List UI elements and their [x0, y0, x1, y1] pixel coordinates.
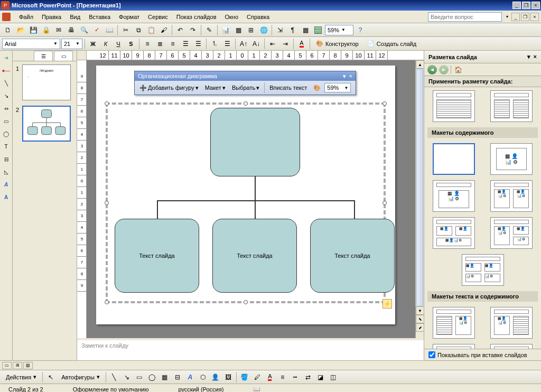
layout-text-right[interactable]: ▦👤📊⚙ — [490, 307, 533, 339]
org-chart-toolbar[interactable]: Организационная диаграмма ▾× ➕ Добавить … — [134, 71, 356, 95]
rail-line-icon[interactable]: ╲ — [2, 78, 11, 88]
new-button[interactable]: 🗋 — [2, 24, 14, 36]
print-button[interactable]: 🖶 — [66, 24, 77, 36]
org-toolbar-dropdown-icon[interactable]: ▾ — [343, 73, 346, 79]
layout-text-two-right[interactable]: ▦👤 📊⚙ — [433, 344, 475, 349]
org-toolbar-close-icon[interactable]: × — [349, 73, 352, 79]
task-pane-dropdown-icon[interactable]: ▾ — [527, 53, 530, 60]
table-button[interactable]: ▦ — [232, 24, 244, 36]
save-button[interactable]: 💾 — [27, 24, 39, 36]
increase-indent-button[interactable]: ⇥ — [279, 38, 291, 50]
outline-tab[interactable]: ☰ — [34, 51, 53, 61]
numbering-button[interactable]: ⒈ — [209, 38, 220, 50]
3d-style-button[interactable]: ◫ — [328, 371, 339, 383]
hyperlink-button[interactable]: 🌐 — [258, 24, 269, 36]
wordart-tool[interactable]: A — [184, 371, 196, 383]
align-center-button[interactable]: ≣ — [154, 38, 166, 50]
layout-two-content[interactable] — [490, 90, 533, 122]
smart-tag-icon[interactable]: ⚡ — [383, 299, 392, 309]
menu-window[interactable]: Окно — [221, 13, 243, 21]
nav-forward-button[interactable]: ► — [439, 65, 449, 74]
rail-arrow2-icon[interactable]: ↘ — [2, 91, 11, 100]
close-button[interactable]: × — [531, 2, 540, 9]
dash-style-button[interactable]: ┅ — [290, 371, 301, 383]
restore-button[interactable]: ❐ — [522, 2, 530, 9]
bold-button[interactable]: Ж — [87, 38, 99, 50]
layout-three-content[interactable]: ▦👤📊⚙ ▦👤 📊⚙ — [490, 217, 533, 249]
underline-button[interactable]: Ч — [113, 38, 124, 50]
org-zoom-select[interactable]: 59%▼ — [324, 83, 351, 92]
menu-edit[interactable]: Правка — [38, 13, 66, 21]
rail-double-icon[interactable]: ⇔ — [2, 104, 11, 113]
clipart-tool[interactable]: 👤 — [210, 371, 221, 383]
layout-title-two-content[interactable]: ▦👤📊⚙ ▦👤📊⚙ — [490, 180, 533, 212]
zoom-select[interactable]: 59%▼ — [325, 25, 353, 35]
ask-input[interactable] — [428, 12, 502, 22]
color-button[interactable] — [312, 24, 324, 36]
decrease-indent-button[interactable]: ⇤ — [267, 38, 278, 50]
preview-button[interactable]: 🔍 — [78, 24, 90, 36]
rail-wordart2-icon[interactable]: A — [2, 192, 11, 202]
menu-insert[interactable]: Вставка — [85, 13, 115, 21]
vertical-scrollbar[interactable]: ▲ ▼ ⬉ ⬋ — [415, 60, 424, 338]
line-tool[interactable]: ╲ — [108, 371, 120, 383]
format-painter-button[interactable]: 🖌 — [158, 24, 170, 36]
ask-dropdown-icon[interactable]: ▾ — [506, 14, 508, 19]
rail-text-icon[interactable]: T — [2, 142, 11, 151]
font-select[interactable]: Arial▼ — [2, 39, 60, 49]
italic-button[interactable]: К — [100, 38, 111, 50]
line-style-button[interactable]: ≡ — [277, 371, 288, 383]
select-objects-button[interactable]: ↖ — [45, 371, 57, 383]
notes-pane[interactable]: Заметки к слайду — [77, 338, 424, 360]
slide-surface[interactable]: Текст слайда Текст слайда Текст слайда ⚡ — [96, 66, 395, 324]
help-button[interactable]: ? — [355, 24, 366, 36]
justify-button[interactable]: ☰ — [180, 38, 191, 50]
font-size-select[interactable]: 21▼ — [61, 39, 82, 49]
shadow-style-button[interactable]: ◪ — [315, 371, 327, 383]
layout-vertical-two[interactable]: ▦👤 ▦👤 ▦👤📊⚙ — [433, 217, 475, 249]
layout-four-content[interactable]: ▦👤 ▦👤 📊⚙ 📊⚙ — [462, 254, 504, 286]
menu-help[interactable]: Справка — [242, 13, 274, 21]
layout-title-content[interactable] — [433, 90, 475, 122]
research-button[interactable]: 📖 — [104, 24, 115, 36]
nav-back-button[interactable]: ◄ — [427, 65, 437, 74]
slides-tab[interactable]: ▭ — [54, 51, 73, 61]
layout-content[interactable]: ▦ 👤📊 ⚙ — [490, 143, 533, 175]
normal-view-button[interactable]: ▭ — [2, 362, 12, 369]
menu-slideshow[interactable]: Показ слайдов — [172, 13, 221, 21]
actions-menu[interactable]: Действия ▾ — [2, 371, 40, 383]
doc-minimize-button[interactable]: _ — [511, 13, 520, 21]
vert-textbox-tool[interactable]: ⊟ — [172, 371, 183, 383]
ink-button[interactable]: ✎ — [203, 24, 215, 36]
vertical-ruler[interactable]: 9876543210123456789 — [77, 60, 87, 338]
diagram-tool[interactable]: ⬡ — [197, 371, 209, 383]
rail-callout-icon[interactable]: ◺ — [2, 167, 11, 176]
new-slide-button[interactable]: 📄 Создать слайд — [363, 38, 420, 50]
cut-button[interactable]: ✂ — [120, 24, 132, 36]
align-right-button[interactable]: ≡ — [167, 38, 179, 50]
distributed-button[interactable]: ☰ — [192, 38, 204, 50]
shadow-button[interactable]: S — [125, 38, 137, 50]
arrow-style-button[interactable]: ⇄ — [302, 371, 314, 383]
font-color-draw-button[interactable]: A — [264, 371, 276, 383]
horizontal-ruler[interactable]: 1211109876543210123456789101112 — [87, 51, 424, 60]
fill-color-button[interactable]: 🪣 — [239, 371, 250, 383]
org-child-3[interactable]: Текст слайда — [310, 219, 395, 293]
layout-title-content2[interactable]: ▦ 👤📊 ⚙ — [433, 180, 475, 212]
menu-tools[interactable]: Сервис — [144, 13, 172, 21]
layout-button[interactable]: Макет ▾ — [202, 82, 228, 93]
spellcheck-button[interactable]: ✓ — [91, 24, 102, 36]
layout-two-left-text[interactable]: ▦👤 📊⚙ — [490, 344, 533, 349]
bullets-button[interactable]: ☰ — [221, 38, 233, 50]
menu-file[interactable]: Файл — [15, 13, 38, 21]
fit-text-button[interactable]: Вписать текст — [267, 82, 310, 93]
doc-restore-button[interactable]: ❐ — [521, 13, 529, 21]
copy-button[interactable]: ⧉ — [133, 24, 144, 36]
add-shape-button[interactable]: ➕ Добавить фигуру ▾ — [137, 82, 201, 93]
slideshow-view-button[interactable]: ▧ — [23, 362, 33, 369]
org-child-1[interactable]: Текст слайда — [115, 219, 199, 293]
open-button[interactable]: 📂 — [15, 24, 26, 36]
expand-button[interactable]: ⇲ — [274, 24, 286, 36]
font-color-button[interactable]: A — [296, 38, 307, 50]
doc-close-button[interactable]: × — [530, 13, 539, 21]
